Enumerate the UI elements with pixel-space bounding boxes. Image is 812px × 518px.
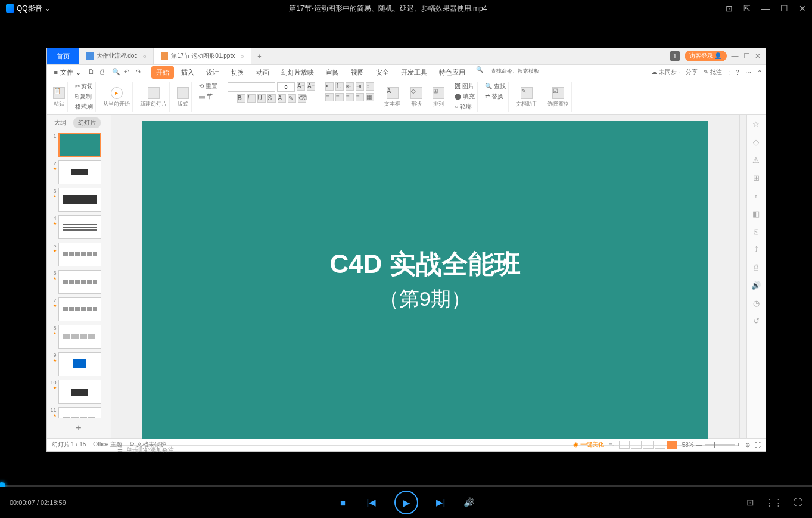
rp-timer-icon[interactable]: ◷ [751, 299, 761, 308]
print-icon[interactable]: ⎙ [100, 68, 108, 76]
rp-grid-icon[interactable]: ⊞ [751, 173, 761, 183]
thumb-6[interactable]: 6★ [49, 270, 108, 294]
thumb-2[interactable]: 2★ [49, 160, 108, 184]
snapshot-button[interactable]: ⊡ [746, 497, 754, 508]
rp-layout-icon[interactable]: ◧ [751, 209, 761, 219]
playlist-button[interactable]: ⋮⋮ [765, 497, 783, 508]
highlight[interactable]: ✎ [288, 94, 296, 103]
tab-features[interactable]: 特色应用 [434, 66, 470, 79]
rp-warning-icon[interactable]: ⚠ [751, 156, 761, 165]
clear-format[interactable]: ⌫ [298, 94, 306, 103]
notification-badge[interactable]: 1 [670, 51, 680, 61]
volume-button[interactable]: 🔊 [463, 497, 475, 508]
stop-button[interactable]: ■ [337, 497, 349, 508]
reset-button[interactable]: ⟲ 重置 [199, 82, 217, 91]
wps-minimize[interactable]: — [732, 52, 739, 60]
pip-button[interactable]: ⊡ [726, 4, 733, 13]
font-select[interactable] [228, 82, 275, 92]
strike-button[interactable]: S [267, 94, 276, 103]
tab-animation[interactable]: 动画 [251, 66, 274, 79]
thumb-4[interactable]: 4★ [49, 215, 108, 239]
rp-favorite-icon[interactable]: ☆ [751, 120, 761, 129]
minimize-button[interactable]: — [761, 4, 770, 13]
pin-button[interactable]: ⇱ [743, 4, 751, 13]
next-button[interactable]: ▶| [435, 497, 447, 508]
italic-button[interactable]: I [247, 94, 256, 103]
zoom-slider[interactable] [705, 444, 735, 446]
thumb-3[interactable]: 3★ [49, 188, 108, 212]
prev-button[interactable]: |◀ [366, 497, 378, 508]
align-center[interactable]: ≡ [335, 93, 344, 101]
wps-ppt-tab[interactable]: 第17节 运动图形01.pptx ○ [154, 48, 251, 64]
textbox-group[interactable]: A 文本框 [382, 82, 403, 112]
fill-button[interactable]: ⬤ 填充 [455, 92, 475, 101]
slides-tab[interactable]: 幻灯片 [73, 117, 101, 128]
rp-sound-icon[interactable]: 🔊 [751, 281, 761, 290]
align-left[interactable]: ≡ [325, 93, 334, 101]
new-slide-group[interactable]: 新建幻灯片 [138, 82, 170, 112]
bullets[interactable]: • [325, 82, 334, 91]
rp-chart-icon[interactable]: ⫯ [751, 191, 761, 201]
thumb-1[interactable]: 1 [49, 133, 108, 157]
tab-security[interactable]: 安全 [371, 66, 394, 79]
tab-start[interactable]: 开始 [151, 66, 174, 79]
thumbnail-list[interactable]: 1 2★ 3★ 4★ 5★ 6★ 7★ 8★ 9★ 10★ 11★ [47, 131, 111, 418]
replace-button[interactable]: ⇄ 替换 [485, 92, 503, 101]
copy-button[interactable]: ⎘ 复制 [75, 92, 92, 101]
rp-copy-icon[interactable]: ⎘ [751, 227, 761, 237]
thumb-8[interactable]: 8★ [49, 325, 108, 349]
collapse-ribbon[interactable]: ⌃ [757, 69, 762, 76]
shape-group[interactable]: ◇ 形状 [408, 82, 425, 112]
outline-button[interactable]: ○ 轮廓 [455, 103, 472, 111]
thumb-5[interactable]: 5★ [49, 243, 108, 266]
close-button[interactable]: ✕ [799, 4, 806, 13]
layout-group[interactable]: 版式 [175, 82, 192, 112]
play-button[interactable]: ▶ [394, 491, 418, 514]
slide-area[interactable]: C4D 实战全能班 （第9期） [111, 115, 739, 445]
rp-export-icon[interactable]: ⤴ [751, 245, 761, 255]
tab-slideshow[interactable]: 幻灯片放映 [276, 66, 319, 79]
tab-view[interactable]: 视图 [346, 66, 369, 79]
indent-dec[interactable]: ⇤ [346, 82, 354, 91]
tab-close-icon[interactable]: ○ [142, 53, 146, 60]
redo-icon[interactable]: ↷ [136, 68, 144, 76]
outline-tab[interactable]: 大纲 [49, 117, 71, 128]
fullscreen-button[interactable]: ⛶ [794, 497, 802, 508]
find-button[interactable]: 🔍 查找 [485, 82, 506, 91]
cut-button[interactable]: ✂ 剪切 [75, 82, 94, 91]
align-right[interactable]: ≡ [346, 93, 354, 101]
wps-close[interactable]: ✕ [755, 52, 761, 60]
rp-history-icon[interactable]: ↺ [751, 317, 761, 326]
vertical-scrollbar[interactable] [739, 115, 746, 438]
share-button[interactable]: 分享 [686, 68, 698, 76]
wps-maximize[interactable]: ☐ [743, 52, 750, 60]
arrange-group[interactable]: ⊞ 排列 [430, 82, 447, 112]
preview-icon[interactable]: 🔍 [112, 68, 120, 76]
paste-group[interactable]: 📋 粘贴 [51, 82, 68, 112]
maximize-button[interactable]: ☐ [780, 4, 788, 13]
thumb-10[interactable]: 10★ [49, 380, 108, 404]
dropdown-icon[interactable]: ⌄ [45, 4, 51, 13]
underline-button[interactable]: U [257, 94, 266, 103]
tab-transition[interactable]: 切换 [226, 66, 249, 79]
tab-insert[interactable]: 插入 [176, 66, 199, 79]
command-search[interactable] [486, 66, 545, 76]
tab-review[interactable]: 审阅 [321, 66, 344, 79]
undo-icon[interactable]: ↶ [124, 68, 132, 76]
add-slide-button[interactable]: + [47, 418, 111, 438]
more-button[interactable]: ⋯ [745, 69, 751, 76]
sync-status[interactable]: ☁ 未同步 · [651, 68, 680, 76]
tab-devtools[interactable]: 开发工具 [396, 66, 432, 79]
wps-home-tab[interactable]: 首页 [47, 48, 79, 64]
wps-doc-tab[interactable]: 大作业流程.doc ○ [79, 48, 154, 64]
columns[interactable]: ▦ [366, 93, 374, 101]
select-group[interactable]: ☑ 选择窗格 [545, 82, 572, 112]
rp-design-icon[interactable]: ◇ [751, 138, 761, 147]
line-spacing[interactable]: ↕ [366, 82, 374, 91]
font-size-input[interactable] [277, 82, 295, 92]
file-menu[interactable]: ≡ 文件 ⌄ [51, 67, 85, 78]
comment-button[interactable]: ✎ 批注 [704, 68, 722, 76]
login-button[interactable]: 访客登录 👤 [685, 51, 727, 61]
bold-button[interactable]: B [237, 94, 245, 103]
tab-close-icon[interactable]: ○ [240, 53, 244, 60]
